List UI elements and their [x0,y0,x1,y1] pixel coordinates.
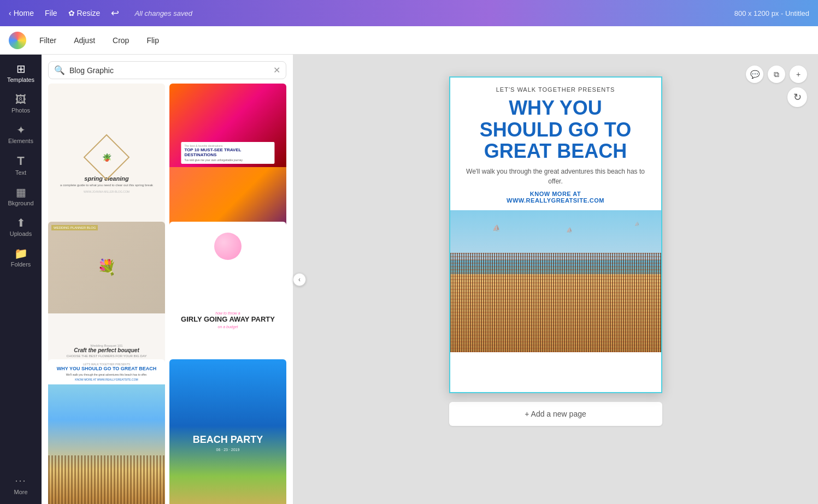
clear-search-button[interactable]: ✕ [273,65,280,75]
party-intro: how to throw a [215,311,240,315]
wedding-photo: WEDDING PLANNER BLOG 💐 [48,222,165,313]
design-canvas[interactable]: LET'S WALK TOGETHER PRESENTS WHY YOU SHO… [449,76,662,393]
add-element-button[interactable]: + [790,66,807,83]
folders-icon: 📁 [14,248,28,259]
beach-desc: We'll walk you through the great adventu… [51,373,162,376]
sidebar-item-templates[interactable]: ⊞ Templates [0,59,42,87]
party-budget: on a budget [218,325,238,329]
left-sidebar: ⊞ Templates 🖼 Photos ✦ Elements T Text ▦… [0,55,42,504]
template-card-beach-party[interactable]: BEACH PARTY 06 · 23 · 2019 [169,359,286,504]
templates-icon: ⊞ [16,63,26,74]
templates-grid: 🪴 spring cleaning a complete guide to wh… [42,84,293,504]
add-page-button[interactable]: + Add a new page [449,402,662,426]
canvas-toolbar-icons: 💬 ⧉ + [746,66,807,83]
home-button[interactable]: ‹ Home [9,9,34,17]
photos-icon: 🖼 [15,94,26,105]
document-dimensions: 800 x 1200 px - Untitled [734,9,809,17]
search-input-wrapper[interactable]: 🔍 ✕ [48,61,286,79]
collapse-panel-button[interactable]: ‹ [293,273,306,286]
beach-party-date: 06 · 23 · 2019 [216,448,240,452]
beach-photo [48,384,165,504]
canvas-main-title: WHY YOU SHOULD GO TO GREAT BEACH [461,97,650,162]
more-icon: ··· [15,475,26,487]
wedding-title: Craft the perfect bouquet [74,347,139,353]
comment-button[interactable]: 💬 [746,66,763,83]
canvas-top-content: LET'S WALK TOGETHER PRESENTS WHY YOU SHO… [450,78,661,210]
template-card-great-beach[interactable]: LET'S WALK TOGETHER PRESENTS WHY YOU SHO… [48,359,165,504]
filter-button[interactable]: Filter [35,34,61,47]
file-button[interactable]: File [45,9,57,17]
sailboat-right: ⛵ [566,227,573,233]
uploads-icon: ⬆ [16,217,26,228]
canvas-presents-text: LET'S WALK TOGETHER PRESENTS [461,86,650,93]
refresh-button[interactable]: ↻ [787,87,807,107]
resize-button[interactable]: ✿ Resize [68,9,101,17]
sidebar-item-uploads[interactable]: ⬆ Uploads [0,213,42,241]
image-toolbar: Filter Adjust Crop Flip [0,26,818,55]
canvas-area: 💬 ⧉ + ↻ LET'S WALK TOGETHER PRESENTS WHY… [293,55,818,504]
search-bar: 🔍 ✕ [42,55,293,84]
top-navigation: ‹ Home File ✿ Resize ↩ All changes saved… [0,0,818,26]
resize-icon: ✿ [68,9,75,17]
wedding-desc: CHOOSE THE BEST FLOWERS FOR YOUR BIG DAY [67,354,147,358]
beach-heading: WHY YOU SHOULD GO TO GREAT BEACH [51,366,162,372]
wedding-label: WEDDING PLANNER BLOG [51,225,98,230]
travel-text-overlay: The best & favorite destinations TOP 10 … [181,142,274,164]
sidebar-item-elements[interactable]: ✦ Elements [0,120,42,149]
sidebar-item-text[interactable]: T Text [0,151,42,180]
search-input[interactable] [69,66,269,75]
spring-subtitle: a complete guide to what you need to cle… [56,183,157,187]
background-icon: ▦ [16,187,26,198]
undo-button[interactable]: ↩ [111,7,119,19]
beach-blog-top: LET'S WALK TOGETHER PRESENTS WHY YOU SHO… [48,359,165,384]
canvas-beach-photo: ⛵ ⛵ ⛵ [450,210,661,352]
search-icon: 🔍 [54,65,65,75]
beach-crowd [450,253,661,352]
party-title: GIRLY GOING AWAY PARTY [181,315,275,324]
sidebar-item-background[interactable]: ▦ Bkground [0,182,42,211]
diamond-decoration: 🪴 [84,134,130,180]
sidebar-item-photos[interactable]: 🖼 Photos [0,90,42,118]
spring-url: WWW.JOANNA-MILLER-BLOG.COM [84,190,130,193]
chevron-left-icon: ‹ [9,9,11,17]
canvas-description: We'll walk you through the great adventu… [461,167,650,186]
sidebar-item-folders[interactable]: 📁 Folders [0,244,42,272]
color-gradient-picker[interactable] [9,32,26,49]
text-icon: T [17,155,24,167]
flip-button[interactable]: Flip [142,34,163,47]
beach-link: KNOW MORE AT WWW.REALLYGREATSITE.COM [51,378,162,381]
main-content-area: ⊞ Templates 🖼 Photos ✦ Elements T Text ▦… [0,55,818,504]
flowers-decoration: 💐 [97,258,116,276]
crop-button[interactable]: Crop [108,34,133,47]
sidebar-item-more[interactable]: ··· More [0,471,42,500]
adjust-button[interactable]: Adjust [69,34,99,47]
sailboat-far: ⛵ [634,222,640,227]
beach-party-title: BEACH PARTY [193,435,263,446]
templates-panel: 🔍 ✕ 🪴 spring cleaning a complete guide t… [42,55,293,504]
sailboat-left: ⛵ [492,224,501,232]
pink-circle-decoration [214,233,242,260]
elements-icon: ✦ [16,124,26,135]
canvas-link: KNOW MORE AT WWW.REALLYGREATSITE.COM [461,191,650,204]
save-status: All changes saved [134,9,192,17]
duplicate-button[interactable]: ⧉ [768,66,785,83]
